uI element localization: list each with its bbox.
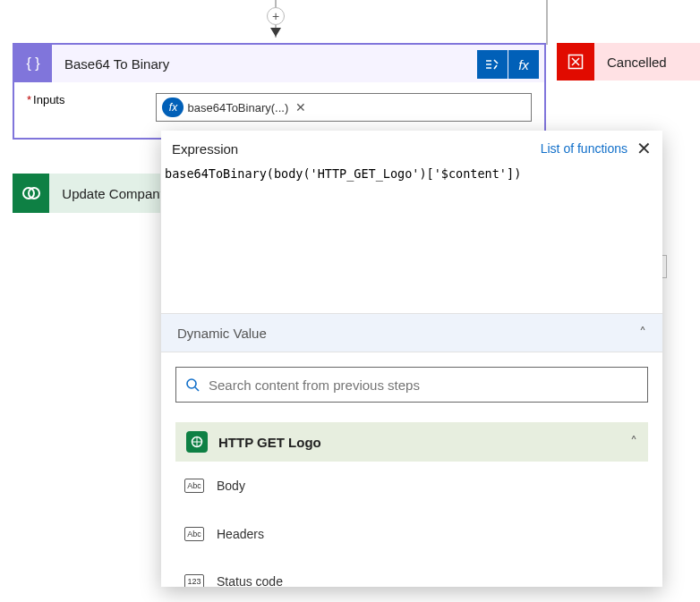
chevron-up-icon: ˄ [630,434,637,451]
search-box[interactable] [175,367,648,403]
connector-line [546,0,548,45]
list-of-functions-link[interactable]: List of functions [541,141,627,156]
svg-line-4 [195,387,199,391]
search-input[interactable] [207,377,638,394]
type-icon: 123 [184,574,204,587]
card-title: Cancelled [607,55,667,70]
connector-icon [13,174,49,213]
data-op-icon: { } [14,45,52,82]
inputs-label: *Inputs [27,93,64,106]
chevron-up-icon: ˄ [639,325,646,342]
update-company-card[interactable]: Update Company [13,174,160,213]
expression-editor-panel: Expression List of functions ✕ Dynamic V… [161,131,662,587]
step-title: HTTP GET Logo [218,435,321,450]
card-title: Update Company [62,186,160,201]
item-label: Headers [217,527,264,541]
dynamic-value-item[interactable]: Abc Body [175,462,648,510]
step-section-header[interactable]: HTTP GET Logo ˄ [175,422,648,462]
arrow-down-icon [270,28,281,37]
dynamic-value-item[interactable]: 123 Status code [175,558,648,587]
close-icon[interactable]: ✕ [636,140,652,157]
cancelled-card[interactable]: Cancelled [557,43,700,81]
dynamic-content-toggle-button[interactable] [477,50,508,79]
expression-token-text: base64ToBinary(...) [187,101,288,114]
type-icon: Abc [184,479,204,493]
svg-point-3 [187,379,196,388]
terminate-icon [557,43,594,81]
card-title: Base64 To Binary [64,56,169,72]
card-header[interactable]: { } Base64 To Binary fx [14,45,544,82]
dynamic-value-item[interactable]: Abc Headers [175,510,648,558]
section-title: Dynamic Value [177,326,267,341]
search-icon [185,377,200,392]
type-icon: Abc [184,527,204,541]
fx-icon: fx [162,98,184,117]
item-label: Body [217,479,245,493]
remove-token-button[interactable]: ✕ [292,100,310,114]
inputs-field[interactable]: fx base64ToBinary(...) ✕ [156,93,532,122]
http-step-icon [186,431,208,453]
expression-toggle-button[interactable]: fx [508,50,539,79]
base64-to-binary-card: { } Base64 To Binary fx *Inputs fx base6… [13,43,546,140]
expression-input[interactable] [165,165,652,309]
item-label: Status code [217,574,283,587]
panel-title: Expression [172,141,238,157]
dynamic-value-section-header[interactable]: Dynamic Value ˄ [161,313,662,352]
expression-token[interactable]: fx base64ToBinary(...) ✕ [162,98,310,117]
add-step-button[interactable]: + [267,7,285,25]
